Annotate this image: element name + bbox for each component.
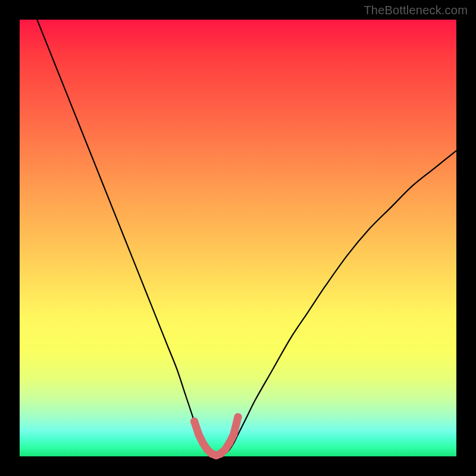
trough-marker (234, 413, 242, 421)
trough-marker (221, 446, 228, 453)
chart-plot-area (20, 20, 456, 456)
trough-marker (195, 431, 202, 439)
bottleneck-curve (37, 20, 456, 456)
chart-frame: TheBottleneck.com (0, 0, 476, 476)
trough-markers (190, 413, 242, 459)
trough-marker (230, 431, 237, 439)
trough-marker (199, 439, 207, 447)
watermark-text: TheBottleneck.com (364, 4, 468, 17)
trough-marker (226, 439, 233, 447)
chart-svg (20, 20, 456, 456)
trough-marker (190, 418, 198, 425)
